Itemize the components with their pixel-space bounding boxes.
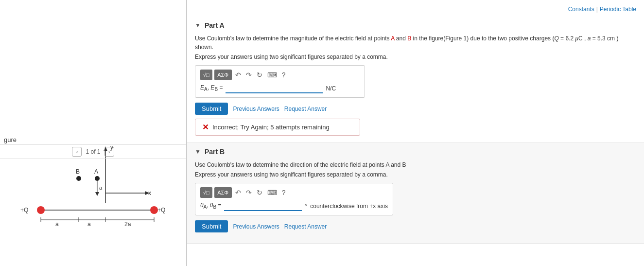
part-b-field-label: θA, θB = bbox=[200, 202, 221, 210]
part-a-title: Part A bbox=[205, 21, 225, 29]
link-separator: | bbox=[596, 6, 598, 13]
part-b-unit-suffix: counterclockwise from +x axis bbox=[310, 203, 388, 210]
left-panel: gure y x B A a +Q bbox=[0, 0, 187, 266]
part-a-reset-btn[interactable]: ↻ bbox=[255, 71, 264, 79]
svg-text:a: a bbox=[55, 221, 59, 228]
part-a-submit-btn[interactable]: Submit bbox=[195, 103, 228, 115]
svg-text:+Q: +Q bbox=[20, 207, 28, 213]
constants-link[interactable]: Constants bbox=[568, 6, 594, 13]
part-b-sqrt-btn[interactable]: √□ bbox=[200, 187, 212, 198]
part-b-header: ▼ Part B bbox=[195, 148, 634, 156]
svg-point-14 bbox=[37, 206, 45, 214]
part-a-help-btn[interactable]: ? bbox=[280, 71, 287, 79]
part-a-unit: N/C bbox=[326, 85, 336, 92]
part-b-answer-box: √□ ΑΣΦ ↶ ↷ ↻ ⌨ ? θA, θB = ° counterclock… bbox=[195, 183, 393, 215]
part-a-lambda-btn[interactable]: ΑΣΦ bbox=[214, 70, 232, 80]
part-b-lambda-btn[interactable]: ΑΣΦ bbox=[214, 187, 232, 198]
part-a-field-label: EA, EB = bbox=[200, 84, 223, 92]
svg-point-8 bbox=[95, 176, 100, 181]
part-a-section: ▼ Part A Use Coulomb's law to determine … bbox=[187, 17, 644, 143]
svg-point-16 bbox=[150, 206, 158, 214]
part-b-reset-btn[interactable]: ↻ bbox=[255, 188, 264, 197]
part-b-previous-answers-link[interactable]: Previous Answers bbox=[233, 223, 279, 230]
part-a-feedback-text: Incorrect; Try Again; 5 attempts remaini… bbox=[212, 124, 330, 131]
part-a-input-row: EA, EB = N/C bbox=[200, 83, 360, 93]
part-b-input-row: θA, θB = ° counterclockwise from +x axis bbox=[200, 201, 388, 211]
part-a-keyboard-btn[interactable]: ⌨ bbox=[266, 71, 278, 79]
part-a-instruction: Express your answers using two significa… bbox=[195, 53, 634, 60]
svg-text:B: B bbox=[76, 168, 80, 175]
figure-page-label: 1 of 1 bbox=[86, 148, 100, 155]
part-b-undo-btn[interactable]: ↶ bbox=[234, 188, 243, 197]
part-b-action-row: Submit Previous Answers Request Answer bbox=[195, 220, 634, 232]
part-b-submit-btn[interactable]: Submit bbox=[195, 220, 228, 232]
part-b-keyboard-btn[interactable]: ⌨ bbox=[266, 188, 278, 197]
part-a-feedback-box: ✕ Incorrect; Try Again; 5 attempts remai… bbox=[195, 119, 360, 136]
part-b-instruction: Express your answers using two significa… bbox=[195, 171, 634, 178]
figure-label-text: gure bbox=[4, 136, 17, 143]
part-a-sqrt-btn[interactable]: √□ bbox=[200, 70, 212, 80]
figure-nav: ‹ 1 of 1 › bbox=[0, 144, 186, 159]
svg-text:x: x bbox=[148, 190, 151, 196]
part-b-help-btn[interactable]: ? bbox=[280, 188, 287, 197]
right-panel: Constants | Periodic Table ▼ Part A Use … bbox=[187, 0, 644, 266]
top-links: Constants | Periodic Table bbox=[187, 4, 644, 17]
part-b-request-answer-link[interactable]: Request Answer bbox=[284, 223, 327, 230]
part-b-unit-prefix: ° bbox=[305, 203, 307, 210]
part-a-header: ▼ Part A bbox=[195, 21, 634, 29]
svg-marker-11 bbox=[95, 192, 99, 196]
part-a-collapse-arrow[interactable]: ▼ bbox=[195, 22, 201, 29]
svg-text:a: a bbox=[87, 221, 91, 228]
next-figure-btn[interactable]: › bbox=[104, 147, 114, 157]
feedback-x-icon: ✕ bbox=[202, 123, 209, 132]
part-a-undo-btn[interactable]: ↶ bbox=[234, 71, 243, 79]
part-a-input[interactable] bbox=[226, 83, 323, 93]
part-b-description: Use Coulomb's law to determine the direc… bbox=[195, 160, 634, 169]
part-b-title: Part B bbox=[205, 148, 225, 156]
prev-figure-btn[interactable]: ‹ bbox=[72, 147, 82, 157]
svg-point-6 bbox=[76, 176, 81, 181]
part-b-collapse-arrow[interactable]: ▼ bbox=[195, 148, 201, 155]
part-a-redo-btn[interactable]: ↷ bbox=[244, 71, 253, 79]
part-a-description: Use Coulomb's law to determine the magni… bbox=[195, 34, 634, 52]
part-a-answer-box: √□ ΑΣΦ ↶ ↷ ↻ ⌨ ? EA, EB = N/C bbox=[195, 65, 365, 98]
svg-text:+Q: +Q bbox=[157, 207, 165, 213]
part-b-redo-btn[interactable]: ↷ bbox=[244, 188, 253, 197]
part-a-previous-answers-link[interactable]: Previous Answers bbox=[233, 106, 279, 112]
part-a-toolbar: √□ ΑΣΦ ↶ ↷ ↻ ⌨ ? bbox=[200, 70, 360, 80]
part-a-action-row: Submit Previous Answers Request Answer bbox=[195, 103, 634, 115]
svg-text:2a: 2a bbox=[124, 221, 131, 228]
svg-text:a: a bbox=[99, 185, 103, 191]
part-a-request-answer-link[interactable]: Request Answer bbox=[284, 106, 327, 112]
part-b-input[interactable] bbox=[224, 201, 302, 211]
part-b-section: ▼ Part B Use Coulomb's law to determine … bbox=[187, 143, 644, 244]
periodic-table-link[interactable]: Periodic Table bbox=[600, 6, 636, 13]
diagram-area: y x B A a +Q +Q bbox=[0, 0, 186, 266]
svg-text:A: A bbox=[94, 168, 98, 175]
part-b-toolbar: √□ ΑΣΦ ↶ ↷ ↻ ⌨ ? bbox=[200, 187, 388, 198]
